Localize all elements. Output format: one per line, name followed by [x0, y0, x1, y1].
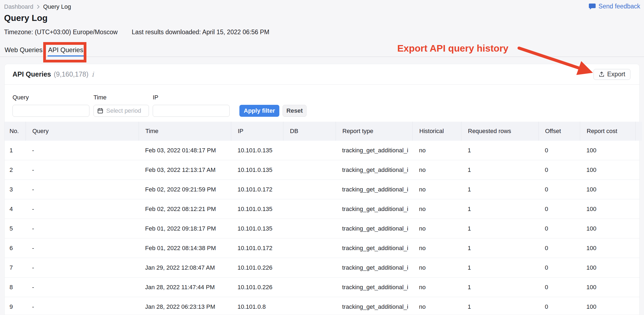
cell-requested-rows: 1: [461, 297, 538, 315]
cell-query: -: [26, 180, 139, 199]
cell-historical: no: [412, 180, 461, 199]
cell-spacer: [635, 219, 642, 238]
cell-report-cost: 100: [580, 278, 635, 297]
cell-historical: no: [412, 297, 461, 315]
cell-historical: no: [412, 219, 461, 238]
queries-table: No. Query Time IP DB Report type Histori…: [5, 122, 640, 315]
cell-ip: 10.101.0.135: [231, 141, 283, 160]
col-header-report-cost: Report cost: [580, 122, 635, 141]
cell-requested-rows: 1: [461, 199, 538, 219]
cell-time: Feb 03, 2022 01:48:17 PM: [139, 141, 231, 160]
cell-query: -: [26, 278, 139, 297]
cell-ip: 10.101.0.135: [231, 219, 283, 238]
cell-requested-rows: 1: [461, 141, 538, 160]
annotation-highlight-box: [43, 42, 86, 62]
ip-filter-input[interactable]: [153, 105, 230, 117]
cell-report-cost: 100: [580, 238, 635, 258]
cell-db: [283, 219, 336, 238]
table-row: 1 - Feb 03, 2022 01:48:17 PM 10.101.0.13…: [5, 141, 640, 160]
cell-query: -: [26, 219, 139, 238]
cell-spacer: [635, 258, 642, 277]
info-icon[interactable]: i: [91, 71, 94, 78]
cell-requested-rows: 1: [461, 238, 538, 258]
cell-ip: 10.101.0.226: [231, 258, 283, 277]
cell-offset: 0: [538, 219, 580, 238]
cell-offset: 0: [538, 199, 580, 219]
cell-query: -: [26, 238, 139, 258]
tab-web-queries[interactable]: Web Queries: [4, 43, 43, 56]
cell-query: -: [26, 160, 139, 179]
send-feedback-link[interactable]: Send feedback: [589, 3, 640, 10]
cell-ip: 10.101.0.226: [231, 278, 283, 297]
calendar-icon: [97, 108, 104, 114]
col-header-ip: IP: [231, 122, 283, 141]
cell-spacer: [635, 238, 642, 258]
cell-no: 5: [5, 219, 26, 238]
cell-time: Jan 29, 2022 12:08:47 AM: [139, 258, 231, 277]
cell-report-cost: 100: [580, 199, 635, 219]
query-filter-input[interactable]: [12, 105, 89, 117]
cell-requested-rows: 1: [461, 258, 538, 277]
table-body: 1 - Feb 03, 2022 01:48:17 PM 10.101.0.13…: [5, 141, 640, 315]
cell-historical: no: [412, 199, 461, 219]
breadcrumb-dashboard-link[interactable]: Dashboard: [4, 3, 33, 10]
col-header-offset: Offset: [538, 122, 580, 141]
cell-offset: 0: [538, 238, 580, 258]
cell-historical: no: [412, 278, 461, 297]
cell-no: 2: [5, 160, 26, 179]
cell-db: [283, 258, 336, 277]
cell-spacer: [635, 297, 642, 315]
reset-button[interactable]: Reset: [283, 105, 307, 117]
query-log-page: { "breadcrumb": { "items": ["Dashboard",…: [0, 0, 644, 315]
query-filter-label: Query: [12, 94, 29, 101]
cell-db: [283, 238, 336, 258]
export-button[interactable]: Export: [593, 69, 630, 80]
cell-query: -: [26, 199, 139, 219]
meta-line: Timezone: (UTC+03:00) Europe/Moscow Last…: [4, 29, 269, 36]
cell-ip: 10.101.0.8: [231, 297, 283, 315]
time-period-select[interactable]: Select period: [93, 105, 149, 117]
cell-requested-rows: 1: [461, 219, 538, 238]
table-header-row: No. Query Time IP DB Report type Histori…: [5, 122, 640, 141]
send-feedback-label: Send feedback: [599, 3, 640, 10]
cell-time: Jan 28, 2022 11:47:44 PM: [139, 278, 231, 297]
timezone-text: Timezone: (UTC+03:00) Europe/Moscow: [4, 29, 118, 36]
apply-filter-button[interactable]: Apply filter: [239, 105, 279, 117]
cell-db: [283, 141, 336, 160]
cell-historical: no: [412, 141, 461, 160]
col-header-historical: Historical: [412, 122, 461, 141]
breadcrumb-current: Query Log: [43, 3, 71, 10]
cell-report-cost: 100: [580, 258, 635, 277]
cell-offset: 0: [538, 160, 580, 179]
table-row: 4 - Feb 02, 2022 08:12:21 PM 10.101.0.13…: [5, 199, 640, 219]
cell-db: [283, 278, 336, 297]
cell-spacer: [635, 180, 642, 199]
cell-historical: no: [412, 258, 461, 277]
cell-time: Feb 03, 2022 12:13:17 AM: [139, 160, 231, 179]
cell-db: [283, 297, 336, 315]
cell-ip: 10.101.0.135: [231, 199, 283, 219]
time-filter-label: Time: [93, 94, 107, 101]
cell-report-type: tracking_get_additional_i: [336, 160, 412, 179]
cell-historical: no: [412, 160, 461, 179]
cell-ip: 10.101.0.172: [231, 238, 283, 258]
cell-ip: 10.101.0.135: [231, 160, 283, 179]
cell-requested-rows: 1: [461, 278, 538, 297]
cell-offset: 0: [538, 180, 580, 199]
cell-report-cost: 100: [580, 297, 635, 315]
table-row: 5 - Feb 01, 2022 09:18:17 PM 10.101.0.13…: [5, 219, 640, 238]
cell-query: -: [26, 258, 139, 277]
time-period-placeholder: Select period: [106, 107, 141, 114]
cell-time: Feb 02, 2022 09:21:59 PM: [139, 180, 231, 199]
table-row: 8 - Jan 28, 2022 11:47:44 PM 10.101.0.22…: [5, 278, 640, 297]
cell-offset: 0: [538, 297, 580, 315]
col-header-requested-rows: Requested rows: [461, 122, 538, 141]
cell-report-type: tracking_get_additional_i: [336, 141, 412, 160]
cell-spacer: [635, 160, 642, 179]
page-title: Query Log: [4, 13, 48, 23]
annotation-arrow: [514, 45, 595, 76]
last-results-text: Last results downloaded: April 15, 2022 …: [132, 29, 269, 36]
cell-report-type: tracking_get_additional_i: [336, 238, 412, 258]
cell-report-type: tracking_get_additional_i: [336, 180, 412, 199]
cell-report-type: tracking_get_additional_i: [336, 199, 412, 219]
